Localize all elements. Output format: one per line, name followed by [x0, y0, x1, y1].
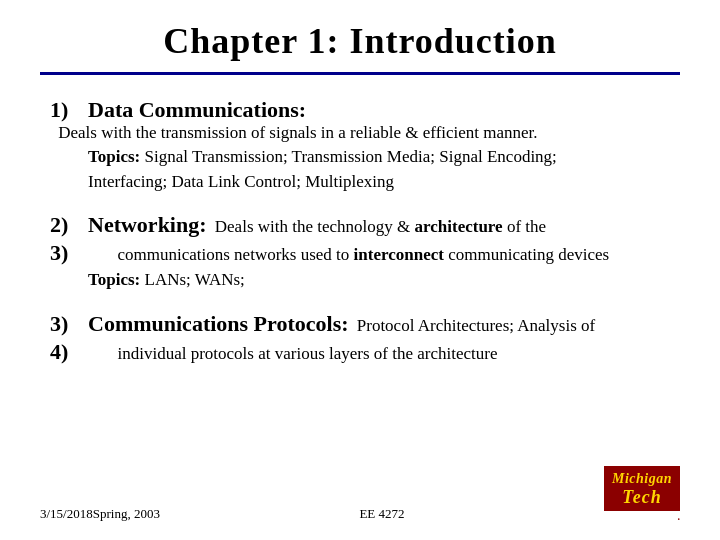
section-4-number: 4)	[50, 339, 88, 365]
section-1-heading: 1) Data Communications: Deals with the t…	[50, 97, 670, 143]
footer-logo: Michigan Tech .	[604, 466, 680, 522]
section-3a-title-rest: communications networks used to intercon…	[92, 245, 609, 265]
footer: 3/15/2018Spring, 2003 EE 4272 Michigan T…	[40, 466, 680, 522]
section-3-heading: 3) Communications Protocols: Protocol Ar…	[50, 311, 670, 337]
logo-tech-text: Tech	[612, 487, 672, 508]
section-4-title-rest: individual protocols at various layers o…	[92, 344, 498, 364]
section-3-number: 3)	[50, 311, 88, 337]
logo-michigan-text: Michigan	[612, 471, 672, 486]
section-2-topics: Topics: LANs; WANs;	[88, 268, 670, 293]
section-2: 2) Networking: Deals with the technology…	[50, 212, 670, 293]
section-3: 3) Communications Protocols: Protocol Ar…	[50, 311, 670, 365]
section-2-title-rest: Deals with the technology & architecture…	[211, 217, 547, 237]
section-2-title-bold: Networking:	[88, 212, 207, 238]
slide: Chapter 1: Introduction 1) Data Communic…	[0, 0, 720, 540]
footer-course: EE 4272	[359, 506, 404, 522]
content-area: 1) Data Communications: Deals with the t…	[40, 97, 680, 365]
footer-date: 3/15/2018Spring, 2003	[40, 506, 160, 522]
section-2-number: 2)	[50, 212, 88, 238]
section-2-heading: 2) Networking: Deals with the technology…	[50, 212, 670, 238]
title-area: Chapter 1: Introduction	[40, 20, 680, 75]
logo-box: Michigan Tech	[604, 466, 680, 511]
section-3-title-bold: Communications Protocols:	[88, 311, 349, 337]
section-1-topics: Topics: Signal Transmission; Transmissio…	[88, 145, 670, 194]
section-3a-number: 3)	[50, 240, 88, 266]
slide-title: Chapter 1: Introduction	[163, 21, 557, 61]
section-1: 1) Data Communications: Deals with the t…	[50, 97, 670, 194]
section-1-title-bold: Data Communications:	[88, 97, 306, 123]
section-1-title-rest: Deals with the transmission of signals i…	[54, 123, 538, 143]
logo-dot: .	[678, 511, 681, 522]
section-4-heading: 4) individual protocols at various layer…	[50, 339, 670, 365]
section-3-title-rest: Protocol Architectures; Analysis of	[353, 316, 596, 336]
section-1-number: 1)	[50, 97, 88, 123]
section-3a-heading: 3) communications networks used to inter…	[50, 240, 670, 266]
